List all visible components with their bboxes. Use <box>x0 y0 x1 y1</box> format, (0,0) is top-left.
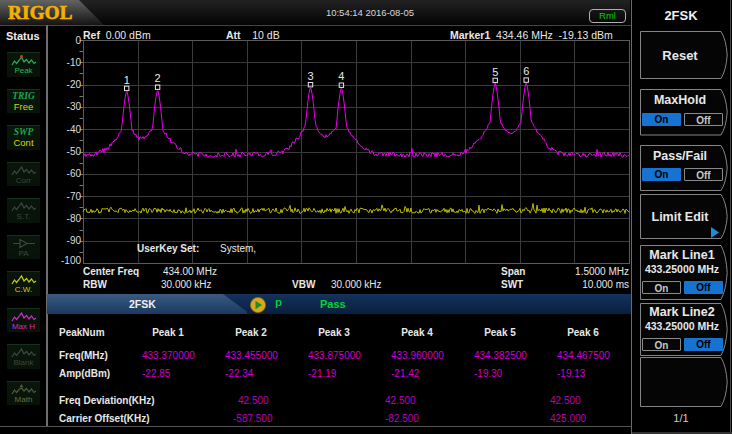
svg-text:4: 4 <box>338 70 344 82</box>
svg-text:6: 6 <box>523 65 529 77</box>
svg-text:5: 5 <box>492 66 498 78</box>
svg-text:2: 2 <box>155 72 161 84</box>
svg-text:3: 3 <box>307 70 313 82</box>
svg-text:1: 1 <box>124 74 130 86</box>
